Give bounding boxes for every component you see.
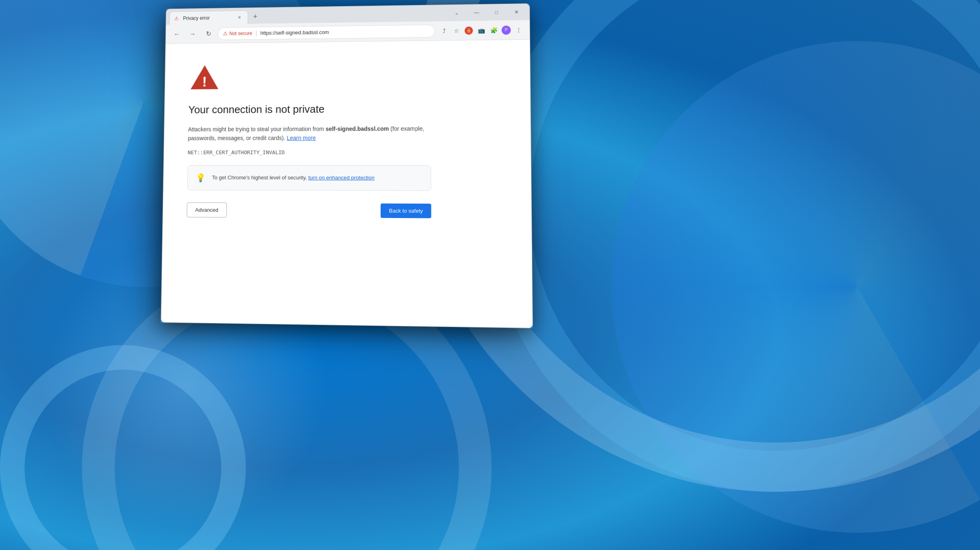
- window-chevron-button[interactable]: ⌄: [447, 6, 466, 19]
- window-minimize-button[interactable]: —: [467, 6, 486, 19]
- toolbar-action-icons: ⤴ ☆ 🔒 📺 🧩 P ⋮: [438, 24, 524, 36]
- lightbulb-icon: 💡: [195, 173, 206, 182]
- bookmark-icon-button[interactable]: ☆: [451, 25, 462, 36]
- error-page: ! Your connection is not private Attacke…: [187, 61, 431, 218]
- address-separator: |: [256, 30, 257, 37]
- error-code: NET::ERR_CERT_AUTHORITY_INVALID: [188, 149, 431, 155]
- suggestion-text-part: To get Chrome's highest level of securit…: [212, 175, 308, 181]
- page-content-area: ! Your connection is not private Attacke…: [161, 40, 532, 328]
- security-warning-indicator: ⚠ Not secure: [223, 30, 252, 36]
- extension-icon-button[interactable]: 🔒: [463, 25, 474, 36]
- security-suggestion-text: To get Chrome's highest level of securit…: [212, 175, 374, 181]
- warning-triangle-icon: ⚠: [223, 30, 228, 36]
- cast-icon-button[interactable]: 📺: [475, 25, 487, 36]
- profile-avatar-button[interactable]: P: [500, 24, 512, 36]
- extension-icon: 🔒: [465, 26, 473, 34]
- extensions-puzzle-button[interactable]: 🧩: [488, 24, 500, 36]
- security-suggestion-box: 💡 To get Chrome's highest level of secur…: [187, 165, 431, 191]
- affected-site: self-signed.badssl.com: [326, 125, 389, 132]
- tab-title: Privacy error: [183, 15, 233, 21]
- enhanced-protection-link[interactable]: turn on enhanced protection: [309, 175, 375, 181]
- url-display: https://self-signed.badssl.com: [260, 29, 329, 36]
- learn-more-link[interactable]: Learn more: [287, 135, 316, 141]
- warning-triangle-graphic: !: [188, 63, 220, 91]
- back-button[interactable]: ←: [170, 27, 183, 40]
- tab-close-button[interactable]: ✕: [236, 14, 243, 21]
- tab-favicon-icon: ⚠: [175, 16, 180, 21]
- refresh-button[interactable]: ↻: [202, 27, 215, 40]
- address-bar[interactable]: ⚠ Not secure | https://self-signed.badss…: [218, 24, 435, 40]
- window-close-button[interactable]: ✕: [507, 5, 526, 18]
- share-icon-button[interactable]: ⤴: [438, 25, 449, 36]
- tab-bar-right-controls: ⌄ — □ ✕: [447, 5, 526, 21]
- button-row: Advanced Back to safety: [187, 202, 431, 218]
- warning-svg-icon: !: [188, 63, 220, 91]
- not-secure-label: Not secure: [229, 30, 252, 36]
- browser-window-container: ⚠ Privacy error ✕ + ⌄ — □ ✕ ← → ↻ ⚠ Not …: [161, 3, 533, 328]
- error-description: Attackers might be trying to steal your …: [188, 124, 431, 143]
- more-menu-button[interactable]: ⋮: [513, 24, 525, 36]
- profile-avatar-icon: P: [501, 25, 511, 34]
- browser-tab[interactable]: ⚠ Privacy error ✕: [169, 10, 248, 25]
- new-tab-button[interactable]: +: [250, 11, 261, 23]
- browser-window: ⚠ Privacy error ✕ + ⌄ — □ ✕ ← → ↻ ⚠ Not …: [161, 3, 533, 328]
- back-to-safety-button[interactable]: Back to safety: [381, 203, 431, 218]
- window-maximize-button[interactable]: □: [487, 6, 506, 19]
- svg-text:!: !: [202, 73, 207, 90]
- advanced-button[interactable]: Advanced: [187, 202, 227, 217]
- error-title: Your connection is not private: [188, 102, 431, 117]
- description-part1: Attackers might be trying to steal your …: [188, 125, 326, 132]
- forward-button[interactable]: →: [186, 27, 199, 40]
